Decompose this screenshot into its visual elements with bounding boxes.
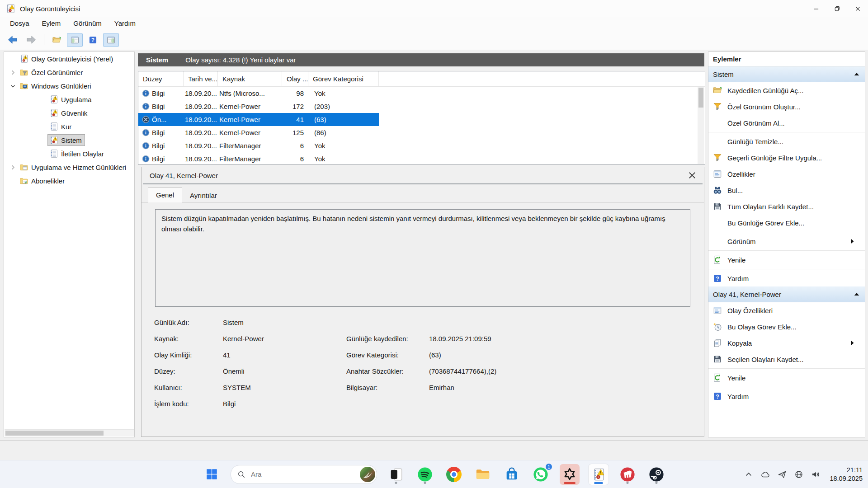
expander-collapsed-icon[interactable] bbox=[8, 164, 18, 171]
tray-volume-icon[interactable] bbox=[811, 470, 820, 479]
spotify-taskbar-button[interactable] bbox=[415, 464, 435, 485]
column-header-olay[interactable]: Olay ... bbox=[282, 71, 308, 86]
chrome-taskbar-button[interactable] bbox=[444, 464, 464, 485]
taskbar-clock[interactable]: 21:1118.09.2025 bbox=[830, 466, 863, 483]
sidebar-item-olay-g-r-nt-leyicisi-yerel[interactable]: Olay Görüntüleyicisi (Yerel) bbox=[4, 52, 134, 66]
back-button[interactable] bbox=[5, 33, 21, 47]
store-taskbar-button[interactable] bbox=[502, 464, 522, 485]
event-row[interactable]: Ön...18.09.20...Kernel-Power41(63) bbox=[138, 113, 379, 126]
actions-section-title: Sistem bbox=[713, 70, 734, 78]
chatgpt-taskbar-button[interactable] bbox=[560, 464, 580, 485]
scrollbar-thumb[interactable] bbox=[698, 88, 703, 108]
action-label: Günlüğü Temizle... bbox=[727, 138, 783, 145]
sidebar-item-kur[interactable]: Kur bbox=[4, 120, 134, 133]
expander-slot bbox=[8, 177, 18, 184]
search-highlight-image[interactable] bbox=[360, 467, 375, 482]
action-zellikler[interactable]: Özellikler bbox=[708, 166, 865, 182]
tray-chevron-up-icon[interactable] bbox=[744, 470, 753, 479]
close-button[interactable] bbox=[847, 0, 868, 17]
save-icon bbox=[712, 202, 722, 211]
sidebar-item-label: Özel Görünümler bbox=[31, 69, 83, 76]
expander-expanded-icon[interactable] bbox=[8, 82, 18, 89]
event-row[interactable]: Bilgi18.09.20...Kernel-Power125(86) bbox=[138, 126, 379, 139]
sidebar-item-uygulama[interactable]: Uygulama bbox=[4, 93, 134, 106]
log-icon bbox=[49, 95, 58, 104]
actions-section-sistem[interactable]: Sistem bbox=[708, 66, 865, 82]
actions-section-olay-41-kernel-power[interactable]: Olay 41, Kernel-Power bbox=[708, 286, 865, 302]
column-header-kaynak[interactable]: Kaynak bbox=[218, 71, 282, 86]
action-olay-zellikleri[interactable]: Olay Özellikleri bbox=[708, 302, 865, 319]
sidebar-item-g-venlik[interactable]: Güvenlik bbox=[4, 106, 134, 120]
generic-app-taskbar-button[interactable] bbox=[386, 464, 406, 485]
event-row[interactable]: Bilgi18.09.20...Kernel-Power172(203) bbox=[138, 100, 379, 113]
action-bu-g-nl-e-g-rev-ekle[interactable]: Bu Günlüğe Görev Ekle... bbox=[708, 215, 865, 231]
menu-g-r-n-m[interactable]: Görünüm bbox=[67, 17, 108, 30]
event-level: Bilgi bbox=[152, 129, 165, 136]
tree-horizontal-scrollbar[interactable] bbox=[5, 429, 134, 436]
action-yenile[interactable]: Yenile bbox=[708, 370, 865, 386]
events-vertical-scrollbar[interactable] bbox=[698, 87, 704, 164]
search-input[interactable] bbox=[250, 470, 360, 479]
minimize-button[interactable] bbox=[806, 0, 826, 17]
explorer-taskbar-button[interactable] bbox=[473, 464, 493, 485]
close-detail-icon[interactable] bbox=[689, 172, 696, 179]
expander-collapsed-icon[interactable] bbox=[8, 69, 18, 76]
action-pane-toggle-button[interactable] bbox=[103, 33, 119, 47]
menu-dosya[interactable]: Dosya bbox=[4, 17, 36, 30]
field-value: SYSTEM bbox=[223, 379, 346, 395]
help-button[interactable]: ? bbox=[85, 33, 101, 47]
tab-genel[interactable]: Genel bbox=[148, 188, 182, 202]
folder-app-icon bbox=[19, 163, 28, 172]
sidebar-item-windows-g-nl-kleri[interactable]: Windows Günlükleri bbox=[4, 79, 134, 93]
action-kopyala[interactable]: Kopyala bbox=[708, 335, 865, 351]
tray-globe-icon[interactable] bbox=[794, 470, 803, 479]
sidebar-item-i-letilen-olaylar[interactable]: İletilen Olaylar bbox=[4, 147, 134, 160]
event-date: 18.09.20... bbox=[185, 129, 217, 136]
event-viewer-taskbar-button[interactable] bbox=[589, 464, 609, 485]
console-tree-toggle-button[interactable] bbox=[67, 33, 83, 47]
sidebar-item-zel-g-r-n-mler[interactable]: Özel Görünümler bbox=[4, 66, 134, 79]
action-yenile[interactable]: Yenile bbox=[708, 252, 865, 268]
start-button[interactable] bbox=[202, 465, 222, 484]
action-zel-g-r-n-m-olu-tur[interactable]: Özel Görünüm Oluştur... bbox=[708, 99, 865, 115]
event-row[interactable]: Bilgi18.09.20...FilterManager6Yok bbox=[138, 152, 379, 165]
action-ge-erli-g-nl-e-filtre-uygula[interactable]: Geçerli Günlüğe Filtre Uygula... bbox=[708, 150, 865, 166]
collapse-icon[interactable] bbox=[854, 292, 859, 296]
action-zel-g-r-n-m-al[interactable]: Özel Görünüm Al... bbox=[708, 115, 865, 131]
forward-button[interactable] bbox=[23, 33, 39, 47]
column-header-g-rev-kategorisi[interactable]: Görev Kategorisi bbox=[308, 71, 379, 86]
collapse-icon[interactable] bbox=[854, 72, 859, 76]
sidebar-item-uygulama-ve-hizmet-g-nl-kleri[interactable]: Uygulama ve Hizmet Günlükleri bbox=[4, 160, 134, 174]
tray-cloud-icon[interactable] bbox=[761, 470, 770, 479]
sidebar-item-sistem[interactable]: Sistem bbox=[4, 133, 134, 147]
action-bul[interactable]: Bul... bbox=[708, 182, 865, 198]
tray-send-icon[interactable] bbox=[778, 470, 787, 479]
field-label: Anahtar Sözcükler: bbox=[346, 363, 429, 379]
action-t-m-olaylar-farkl-kaydet[interactable]: Tüm Olayları Farklı Kaydet... bbox=[708, 198, 865, 215]
field-value: 18.09.2025 21:09:59 bbox=[429, 330, 704, 347]
event-row[interactable]: Bilgi18.09.20...Ntfs (Microso...98Yok bbox=[138, 87, 379, 100]
column-header-tarih-ve[interactable]: Tarih ve... bbox=[184, 71, 218, 86]
action-yard-m[interactable]: ?Yardım bbox=[708, 270, 865, 286]
tab-ayr-nt-lar[interactable]: Ayrıntılar bbox=[182, 188, 225, 202]
riot-taskbar-button[interactable] bbox=[618, 464, 637, 485]
maximize-button[interactable] bbox=[826, 0, 847, 17]
action-g-r-n-m[interactable]: Görünüm bbox=[708, 233, 865, 249]
event-row[interactable]: Bilgi18.09.20...FilterManager6Yok bbox=[138, 139, 379, 152]
column-header-d-zey[interactable]: Düzey bbox=[138, 71, 184, 86]
open-saved-log-button[interactable] bbox=[49, 33, 65, 47]
taskbar-search[interactable] bbox=[231, 465, 377, 484]
action-kaydedilen-g-nl-a[interactable]: Kaydedilen Günlüğü Aç... bbox=[708, 82, 865, 99]
event-level: Ön... bbox=[152, 116, 167, 123]
scrollbar-thumb[interactable] bbox=[5, 431, 104, 436]
action-se-ilen-olaylar-kaydet[interactable]: Seçilen Olayları Kaydet... bbox=[708, 351, 865, 367]
action-bu-olaya-g-rev-ekle[interactable]: Bu Olaya Görev Ekle... bbox=[708, 319, 865, 335]
menu-yard-m[interactable]: Yardım bbox=[108, 17, 142, 30]
action-g-nl-temizle[interactable]: Günlüğü Temizle... bbox=[708, 133, 865, 150]
whatsapp-taskbar-button[interactable]: 1 bbox=[531, 464, 551, 485]
store-icon bbox=[504, 467, 519, 482]
action-yard-m[interactable]: ?Yardım bbox=[708, 388, 865, 404]
sidebar-item-abonelikler[interactable]: Abonelikler bbox=[4, 174, 134, 188]
menu-eylem[interactable]: Eylem bbox=[36, 17, 67, 30]
steam-taskbar-button[interactable] bbox=[646, 464, 666, 485]
